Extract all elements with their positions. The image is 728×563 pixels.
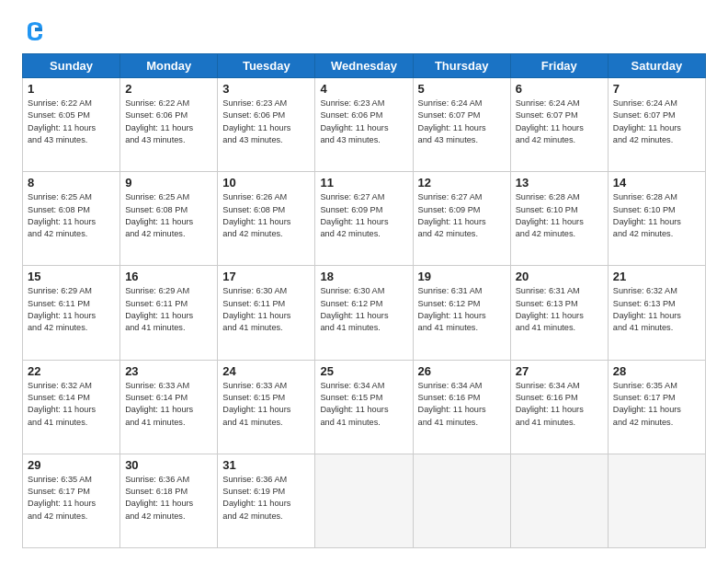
calendar-cell: 22Sunrise: 6:32 AM Sunset: 6:14 PM Dayli… [23,360,120,454]
calendar-cell: 31Sunrise: 6:36 AM Sunset: 6:19 PM Dayli… [218,454,315,547]
day-number: 9 [125,176,212,190]
day-number: 30 [125,458,212,472]
day-info: Sunrise: 6:28 AM Sunset: 6:10 PM Dayligh… [613,191,700,240]
day-number: 20 [516,270,603,283]
day-number: 8 [28,176,115,190]
calendar-cell: 25Sunrise: 6:34 AM Sunset: 6:15 PM Dayli… [315,360,413,454]
day-info: Sunrise: 6:29 AM Sunset: 6:11 PM Dayligh… [125,285,212,334]
weekday-saturday: Saturday [608,54,705,78]
day-number: 19 [418,270,506,283]
calendar-cell: 23Sunrise: 6:33 AM Sunset: 6:14 PM Dayli… [120,360,218,454]
day-number: 1 [28,82,115,96]
day-info: Sunrise: 6:23 AM Sunset: 6:06 PM Dayligh… [320,98,407,146]
day-number: 21 [613,270,700,283]
day-number: 5 [418,82,506,96]
calendar-cell: 7Sunrise: 6:24 AM Sunset: 6:07 PM Daylig… [608,78,705,172]
day-info: Sunrise: 6:25 AM Sunset: 6:08 PM Dayligh… [28,191,115,240]
day-number: 2 [125,82,212,96]
day-number: 3 [222,82,310,96]
week-row-5: 29Sunrise: 6:35 AM Sunset: 6:17 PM Dayli… [23,454,706,547]
day-info: Sunrise: 6:32 AM Sunset: 6:14 PM Dayligh… [28,380,115,429]
day-number: 14 [613,176,700,190]
day-number: 4 [320,82,407,96]
page: SundayMondayTuesdayWednesdayThursdayFrid… [0,0,728,563]
day-info: Sunrise: 6:32 AM Sunset: 6:13 PM Dayligh… [613,285,700,334]
day-number: 24 [222,364,310,378]
calendar-cell: 8Sunrise: 6:25 AM Sunset: 6:08 PM Daylig… [23,172,120,266]
day-number: 23 [125,364,212,378]
day-info: Sunrise: 6:28 AM Sunset: 6:10 PM Dayligh… [516,191,603,240]
day-number: 17 [222,270,310,283]
day-number: 16 [125,270,212,283]
day-info: Sunrise: 6:27 AM Sunset: 6:09 PM Dayligh… [320,191,407,240]
calendar-cell: 10Sunrise: 6:26 AM Sunset: 6:08 PM Dayli… [218,172,315,266]
day-number: 26 [418,364,506,378]
day-info: Sunrise: 6:33 AM Sunset: 6:14 PM Dayligh… [125,380,212,429]
day-number: 25 [320,364,407,378]
calendar-cell: 17Sunrise: 6:30 AM Sunset: 6:11 PM Dayli… [218,266,315,360]
day-info: Sunrise: 6:34 AM Sunset: 6:16 PM Dayligh… [418,380,506,429]
calendar-cell: 9Sunrise: 6:25 AM Sunset: 6:08 PM Daylig… [120,172,218,266]
day-info: Sunrise: 6:36 AM Sunset: 6:19 PM Dayligh… [222,474,310,523]
day-info: Sunrise: 6:30 AM Sunset: 6:12 PM Dayligh… [320,285,407,334]
day-number: 15 [28,270,115,283]
day-info: Sunrise: 6:35 AM Sunset: 6:17 PM Dayligh… [28,474,115,523]
calendar-cell: 1Sunrise: 6:22 AM Sunset: 6:05 PM Daylig… [23,78,120,172]
calendar-cell: 24Sunrise: 6:33 AM Sunset: 6:15 PM Dayli… [218,360,315,454]
week-row-2: 8Sunrise: 6:25 AM Sunset: 6:08 PM Daylig… [23,172,706,266]
day-number: 10 [222,176,310,190]
calendar-cell: 20Sunrise: 6:31 AM Sunset: 6:13 PM Dayli… [510,266,608,360]
calendar-cell [315,454,413,547]
day-info: Sunrise: 6:27 AM Sunset: 6:09 PM Dayligh… [418,191,506,240]
day-info: Sunrise: 6:24 AM Sunset: 6:07 PM Dayligh… [516,98,603,146]
day-info: Sunrise: 6:34 AM Sunset: 6:16 PM Dayligh… [516,380,603,429]
day-info: Sunrise: 6:29 AM Sunset: 6:11 PM Dayligh… [28,285,115,334]
calendar-cell: 13Sunrise: 6:28 AM Sunset: 6:10 PM Dayli… [510,172,608,266]
day-info: Sunrise: 6:26 AM Sunset: 6:08 PM Dayligh… [222,191,310,240]
day-info: Sunrise: 6:35 AM Sunset: 6:17 PM Dayligh… [613,380,700,429]
header [22,18,706,44]
calendar-cell [608,454,705,547]
day-number: 12 [418,176,506,190]
day-info: Sunrise: 6:24 AM Sunset: 6:07 PM Dayligh… [613,98,700,146]
day-number: 27 [516,364,603,378]
day-info: Sunrise: 6:31 AM Sunset: 6:13 PM Dayligh… [516,285,603,334]
day-info: Sunrise: 6:36 AM Sunset: 6:18 PM Dayligh… [125,474,212,523]
day-info: Sunrise: 6:30 AM Sunset: 6:11 PM Dayligh… [222,285,310,334]
logo-icon [22,18,48,44]
calendar-cell: 21Sunrise: 6:32 AM Sunset: 6:13 PM Dayli… [608,266,705,360]
day-info: Sunrise: 6:23 AM Sunset: 6:06 PM Dayligh… [222,98,310,146]
calendar-cell: 14Sunrise: 6:28 AM Sunset: 6:10 PM Dayli… [608,172,705,266]
day-number: 6 [516,82,603,96]
day-info: Sunrise: 6:25 AM Sunset: 6:08 PM Dayligh… [125,191,212,240]
week-row-4: 22Sunrise: 6:32 AM Sunset: 6:14 PM Dayli… [23,360,706,454]
day-number: 22 [28,364,115,378]
day-info: Sunrise: 6:31 AM Sunset: 6:12 PM Dayligh… [418,285,506,334]
calendar-cell: 4Sunrise: 6:23 AM Sunset: 6:06 PM Daylig… [315,78,413,172]
weekday-wednesday: Wednesday [315,54,413,78]
weekday-monday: Monday [120,54,218,78]
calendar-cell: 26Sunrise: 6:34 AM Sunset: 6:16 PM Dayli… [413,360,510,454]
calendar-table: SundayMondayTuesdayWednesdayThursdayFrid… [22,53,706,548]
day-info: Sunrise: 6:22 AM Sunset: 6:06 PM Dayligh… [125,98,212,146]
calendar-cell: 3Sunrise: 6:23 AM Sunset: 6:06 PM Daylig… [218,78,315,172]
week-row-3: 15Sunrise: 6:29 AM Sunset: 6:11 PM Dayli… [23,266,706,360]
day-number: 13 [516,176,603,190]
weekday-header-row: SundayMondayTuesdayWednesdayThursdayFrid… [23,54,706,78]
calendar-cell [510,454,608,547]
day-number: 11 [320,176,407,190]
calendar-cell: 28Sunrise: 6:35 AM Sunset: 6:17 PM Dayli… [608,360,705,454]
day-info: Sunrise: 6:34 AM Sunset: 6:15 PM Dayligh… [320,380,407,429]
week-row-1: 1Sunrise: 6:22 AM Sunset: 6:05 PM Daylig… [23,78,706,172]
calendar-cell: 16Sunrise: 6:29 AM Sunset: 6:11 PM Dayli… [120,266,218,360]
day-number: 31 [222,458,310,472]
weekday-friday: Friday [510,54,608,78]
day-info: Sunrise: 6:33 AM Sunset: 6:15 PM Dayligh… [222,380,310,429]
calendar-cell: 12Sunrise: 6:27 AM Sunset: 6:09 PM Dayli… [413,172,510,266]
calendar-cell: 15Sunrise: 6:29 AM Sunset: 6:11 PM Dayli… [23,266,120,360]
calendar-cell: 19Sunrise: 6:31 AM Sunset: 6:12 PM Dayli… [413,266,510,360]
weekday-tuesday: Tuesday [218,54,315,78]
day-number: 7 [613,82,700,96]
calendar-cell: 6Sunrise: 6:24 AM Sunset: 6:07 PM Daylig… [510,78,608,172]
day-number: 28 [613,364,700,378]
